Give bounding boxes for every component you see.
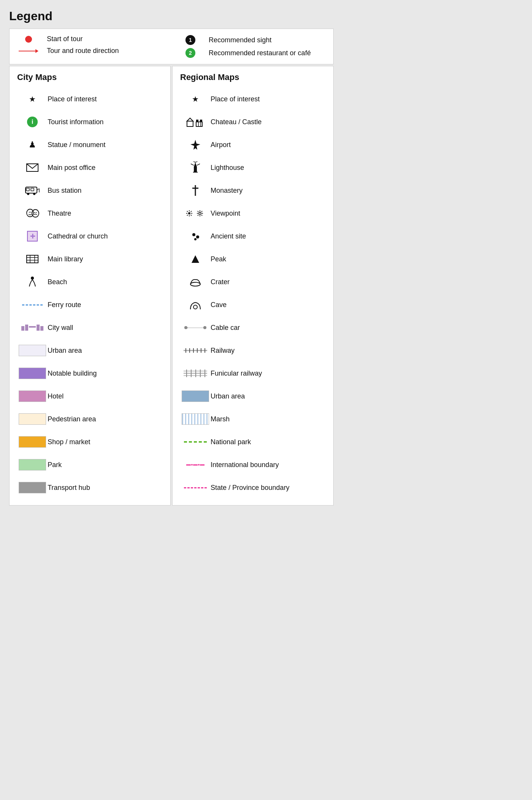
svg-marker-26 xyxy=(187,118,193,121)
svg-line-56 xyxy=(201,215,202,216)
svg-point-61 xyxy=(194,238,197,240)
svg-point-9 xyxy=(29,212,30,213)
city-ferry: Ferry route xyxy=(17,293,163,316)
svg-line-58 xyxy=(198,215,198,216)
svg-line-34 xyxy=(195,162,199,162)
lighthouse-label: Lighthouse xyxy=(211,164,326,172)
regional-peak: Peak xyxy=(180,248,326,270)
svg-line-57 xyxy=(201,211,202,212)
park-icon xyxy=(17,459,48,470)
cablecar-icon xyxy=(180,326,211,329)
post-office-icon xyxy=(17,163,48,172)
regional-cablecar: Cable car xyxy=(180,316,326,339)
castle-icon xyxy=(180,117,211,127)
regional-urban-icon xyxy=(180,390,211,402)
tourist-info-icon: i xyxy=(17,117,48,127)
recommended-restaurant-row: 2 Recommended restaurant or café xyxy=(179,48,326,58)
theatre-label: Theatre xyxy=(48,210,163,218)
svg-rect-35 xyxy=(194,167,197,172)
regional-cave: Cave xyxy=(180,293,326,316)
svg-rect-3 xyxy=(31,188,34,191)
svg-point-12 xyxy=(34,212,35,213)
regional-intl-boundary: International boundary xyxy=(180,453,326,476)
citywall-icon xyxy=(17,325,48,331)
svg-line-49 xyxy=(187,215,188,216)
cathedral-label: Cathedral or church xyxy=(48,232,163,240)
city-statue: ♟ Statue / monument xyxy=(17,133,163,156)
urban-area-icon xyxy=(17,345,48,356)
national-park-label: National park xyxy=(211,438,326,446)
marsh-icon xyxy=(180,413,211,425)
beach-label: Beach xyxy=(48,278,163,286)
city-transport: Transport hub xyxy=(17,476,163,499)
svg-rect-24 xyxy=(40,326,43,331)
ancient-site-icon xyxy=(180,231,211,242)
citywall-label: City wall xyxy=(48,324,163,332)
regional-airport: Airport xyxy=(180,133,326,156)
airport-label: Airport xyxy=(211,141,326,149)
recommended-restaurant-icon: 2 xyxy=(179,48,202,58)
tour-route-label: Tour and route direction xyxy=(47,47,164,55)
airport-icon xyxy=(180,139,211,150)
hotel-icon xyxy=(17,390,48,402)
regional-maps-column: Regional Maps ★ Place of interest xyxy=(172,66,334,506)
start-of-tour-row: Start of tour xyxy=(17,35,164,43)
city-bus-station: Bus station xyxy=(17,179,163,202)
regional-viewpoint: Viewpoint xyxy=(180,202,326,225)
red-arrow-icon xyxy=(17,49,40,53)
crater-label: Crater xyxy=(211,278,326,286)
notable-building-icon xyxy=(17,368,48,379)
crater-icon xyxy=(180,277,211,287)
city-place-of-interest: ★ Place of interest xyxy=(17,88,163,110)
state-boundary-label: State / Province boundary xyxy=(211,484,326,492)
svg-rect-23 xyxy=(37,325,40,331)
pedestrian-icon xyxy=(17,413,48,425)
funicular-icon xyxy=(180,370,211,377)
top-section: Start of tour Tour and route direction 1… xyxy=(9,29,334,64)
regional-lighthouse: Lighthouse xyxy=(180,156,326,179)
marsh-label: Marsh xyxy=(211,415,326,423)
regional-railway: Railway xyxy=(180,339,326,362)
shop-label: Shop / market xyxy=(48,438,163,446)
svg-point-59 xyxy=(192,233,195,236)
svg-line-48 xyxy=(191,211,192,212)
svg-line-47 xyxy=(191,215,192,216)
post-office-label: Main post office xyxy=(48,164,163,172)
railway-icon xyxy=(180,347,211,354)
regional-urban: Urban area xyxy=(180,385,326,408)
peak-icon xyxy=(180,254,211,264)
tour-route-row: Tour and route direction xyxy=(17,47,164,55)
city-post-office: Main post office xyxy=(17,156,163,179)
svg-marker-32 xyxy=(194,162,197,167)
svg-point-60 xyxy=(196,235,199,238)
recommended-sight-label: Recommended sight xyxy=(209,36,326,44)
svg-point-13 xyxy=(36,212,37,213)
ancient-site-label: Ancient site xyxy=(211,232,326,240)
monastery-icon xyxy=(180,184,211,197)
svg-point-63 xyxy=(190,282,200,286)
svg-point-41 xyxy=(188,212,190,214)
top-left: Start of tour Tour and route direction xyxy=(17,35,164,58)
svg-point-10 xyxy=(30,212,31,213)
theatre-icon xyxy=(17,208,48,219)
cave-icon xyxy=(180,299,211,310)
statue-label: Statue / monument xyxy=(48,141,163,149)
regional-castle: Chateau / Castle xyxy=(180,110,326,133)
regional-funicular: Funicular railway xyxy=(180,362,326,385)
cablecar-label: Cable car xyxy=(211,324,326,332)
city-tourist-info: i Tourist information xyxy=(17,110,163,133)
city-urban: Urban area xyxy=(17,339,163,362)
railway-label: Railway xyxy=(211,347,326,355)
recommended-sight-row: 1 Recommended sight xyxy=(179,35,326,45)
transport-icon xyxy=(17,482,48,493)
svg-rect-2 xyxy=(26,188,29,191)
state-boundary-icon xyxy=(180,487,211,488)
castle-label: Chateau / Castle xyxy=(211,118,326,126)
bottom-section: City Maps ★ Place of interest i Tourist … xyxy=(9,66,334,506)
tourist-info-label: Tourist information xyxy=(48,118,163,126)
city-notable-building: Notable building xyxy=(17,362,163,385)
cave-label: Cave xyxy=(211,301,326,309)
top-right: 1 Recommended sight 2 Recommended restau… xyxy=(164,35,326,58)
svg-point-19 xyxy=(31,277,34,280)
svg-rect-29 xyxy=(196,122,202,126)
